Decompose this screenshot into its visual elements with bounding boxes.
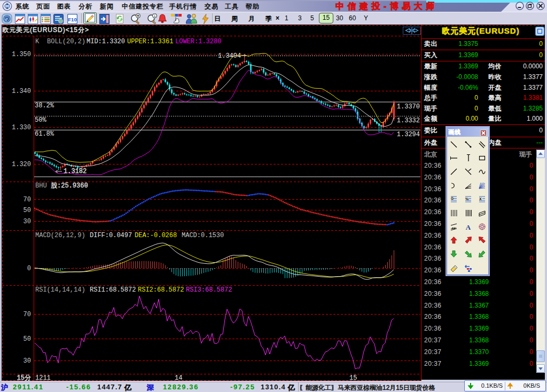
svg-text:A: A xyxy=(466,223,471,231)
svg-text:F10: F10 xyxy=(68,17,76,22)
svg-text:%: % xyxy=(465,197,469,201)
svg-text:G: G xyxy=(451,197,454,200)
svg-text:X: X xyxy=(479,197,482,201)
svg-text:+: + xyxy=(137,13,139,19)
svg-text:欧元美元(EURUSD)<15分>: 欧元美元(EURUSD)<15分> xyxy=(2,26,89,34)
